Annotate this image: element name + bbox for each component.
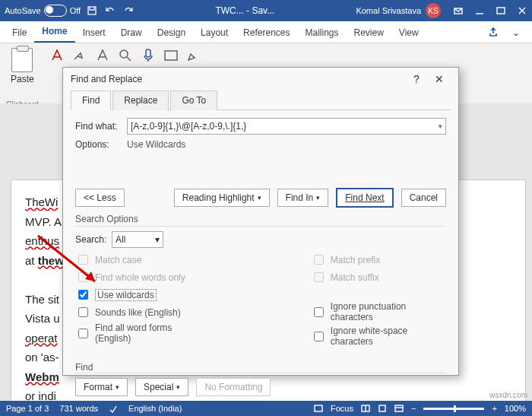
page-indicator[interactable]: Page 1 of 3	[6, 404, 49, 413]
close-button[interactable]: ✕	[428, 73, 451, 85]
minimize-icon[interactable]	[474, 5, 485, 16]
tab-view[interactable]: View	[391, 23, 426, 43]
tab-design[interactable]: Design	[150, 23, 193, 43]
dictate-icon[interactable]	[141, 48, 156, 63]
text: or indi	[25, 389, 56, 401]
web-layout-icon[interactable]	[394, 404, 404, 413]
window-controls	[453, 5, 527, 16]
tab-replace[interactable]: Replace	[112, 91, 169, 110]
tab-file[interactable]: File	[5, 23, 34, 43]
text: thew	[38, 254, 64, 267]
text: enthus	[25, 234, 59, 247]
search-direction-select[interactable]: All▾	[112, 231, 163, 248]
search-options-label: Search Options	[75, 214, 446, 227]
maximize-icon[interactable]	[496, 5, 506, 16]
focus-label[interactable]: Focus	[331, 404, 353, 413]
undo-icon[interactable]	[105, 5, 116, 16]
text: The sit	[25, 293, 59, 306]
cancel-button[interactable]: Cancel	[401, 189, 446, 207]
autosave-label: AutoSave	[5, 6, 41, 15]
spellcheck-icon[interactable]	[109, 404, 118, 413]
special-button[interactable]: Special▾	[135, 378, 188, 396]
zoom-out[interactable]: −	[411, 404, 416, 413]
highlight-icon[interactable]	[72, 48, 87, 63]
ribbon-options-icon[interactable]	[453, 5, 464, 16]
language-indicator[interactable]: English (India)	[128, 404, 182, 413]
tab-goto[interactable]: Go To	[170, 91, 217, 110]
watermark: wsxdn.com	[489, 391, 527, 399]
chevron-down-icon: ▾	[439, 122, 442, 130]
tab-home[interactable]: Home	[34, 21, 74, 43]
close-icon[interactable]	[517, 5, 527, 16]
word-forms-checkbox[interactable]: Find all word forms (English)	[75, 322, 204, 344]
styles-icon[interactable]	[163, 48, 179, 63]
match-suffix-checkbox: Match suffix	[311, 270, 446, 284]
dialog-titlebar[interactable]: Find and Replace ? ✕	[63, 68, 458, 91]
clipboard-icon	[11, 48, 33, 72]
ignore-punctuation-checkbox[interactable]: Ignore punctuation characters	[311, 301, 446, 322]
no-formatting-button: No Formatting	[196, 378, 271, 396]
less-button[interactable]: << Less	[75, 189, 125, 207]
find-section-label: Find	[75, 362, 446, 373]
editing-icon[interactable]	[186, 48, 201, 63]
svg-rect-6	[315, 405, 322, 411]
tab-review[interactable]: Review	[347, 23, 391, 43]
font-icon[interactable]	[95, 48, 110, 63]
zoom-in[interactable]: +	[492, 404, 496, 413]
tab-layout[interactable]: Layout	[193, 23, 236, 43]
font-color-icon[interactable]	[49, 48, 65, 63]
options-label: Options:	[75, 139, 127, 150]
ignore-whitespace-checkbox[interactable]: Ignore white-space characters	[311, 325, 446, 347]
use-wildcards-checkbox[interactable]: Use wildcards	[75, 287, 204, 302]
ribbon-collapse[interactable]: ⌄	[505, 23, 527, 43]
zoom-slider[interactable]	[423, 408, 484, 410]
whole-words-checkbox: Find whole words only	[75, 270, 204, 284]
svg-rect-5	[165, 51, 177, 60]
find-in-button[interactable]: Find In▾	[277, 189, 329, 207]
title-bar: AutoSave Off TWC... - Sav... Komal Sriva…	[0, 0, 532, 21]
search-icon[interactable]	[118, 48, 133, 63]
text: TheWi	[25, 195, 58, 208]
zoom-level[interactable]: 100%	[505, 404, 526, 413]
tab-references[interactable]: References	[236, 23, 297, 43]
print-layout-icon[interactable]	[378, 404, 387, 413]
autosave-off: Off	[70, 6, 81, 15]
read-mode-icon[interactable]	[361, 404, 370, 413]
match-case-checkbox: Match case	[75, 252, 204, 267]
find-next-button[interactable]: Find Next	[336, 188, 393, 208]
redo-icon[interactable]	[123, 5, 134, 16]
dialog-tabs: Find Replace Go To	[71, 91, 451, 110]
tab-find[interactable]: Find	[71, 91, 111, 110]
text: on 'as-	[25, 351, 59, 364]
tab-mailings[interactable]: Mailings	[297, 23, 346, 43]
format-button[interactable]: Format▾	[75, 378, 128, 396]
focus-mode-icon[interactable]	[314, 404, 323, 413]
tab-insert[interactable]: Insert	[75, 23, 113, 43]
ribbon-tabs: File Home Insert Draw Design Layout Refe…	[0, 21, 532, 43]
search-direction-label: Search:	[75, 234, 112, 245]
dialog-title: Find and Replace	[71, 74, 142, 84]
text: Vista u	[25, 312, 60, 325]
sounds-like-checkbox[interactable]: Sounds like (English)	[75, 305, 204, 319]
svg-rect-4	[146, 49, 150, 57]
document-title: TWC... - Sav...	[140, 5, 350, 16]
reading-highlight-button[interactable]: Reading Highlight▾	[174, 189, 270, 207]
word-count[interactable]: 731 words	[59, 404, 98, 413]
match-prefix-checkbox: Match prefix	[311, 252, 446, 267]
user-account[interactable]: Komal Srivastava KS	[356, 3, 441, 18]
svg-point-3	[120, 50, 128, 58]
user-name: Komal Srivastava	[356, 6, 421, 15]
save-icon[interactable]	[87, 5, 97, 16]
find-replace-dialog: Find and Replace ? ✕ Find Replace Go To …	[62, 67, 459, 376]
share-button[interactable]	[482, 24, 505, 43]
help-button[interactable]: ?	[405, 73, 428, 85]
paste-button[interactable]: Paste	[11, 48, 34, 84]
text: at	[25, 254, 38, 267]
svg-rect-9	[395, 405, 403, 411]
tab-draw[interactable]: Draw	[113, 23, 150, 43]
findwhat-input[interactable]: [A-z,0-9]{1,}\@[A-z,0-9,\.]{1,} ▾	[127, 118, 446, 135]
autosave-toggle[interactable]: AutoSave Off	[5, 5, 81, 17]
text: operat	[25, 332, 58, 345]
text: Webm	[25, 370, 59, 383]
findwhat-value: [A-z,0-9]{1,}\@[A-z,0-9,\.]{1,}	[131, 121, 246, 132]
